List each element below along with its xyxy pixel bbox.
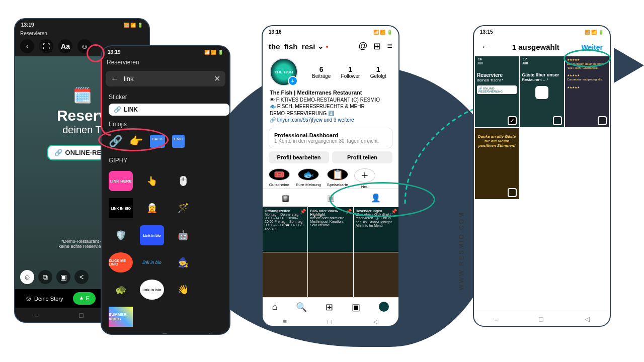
story-title: Reserv bbox=[57, 107, 107, 124]
checkbox-icon[interactable] bbox=[598, 116, 607, 125]
crop-icon[interactable]: ⛶ bbox=[39, 39, 53, 53]
nav-profile[interactable] bbox=[379, 302, 389, 312]
nav-home-icon[interactable]: ◻ bbox=[162, 331, 168, 335]
link-icon: 🔗 bbox=[54, 149, 62, 156]
app-label: Reservieren bbox=[15, 31, 149, 36]
picker-topbar: ← 1 ausgewählt Weiter bbox=[474, 38, 610, 56]
username-dropdown[interactable]: the_fish_resi⌄• bbox=[269, 42, 329, 51]
highlight-gutscheine[interactable]: 🎟️Gutscheine bbox=[269, 168, 290, 186]
link-sticker[interactable]: 🔗 LINK bbox=[109, 104, 229, 116]
nav-menu-icon[interactable]: ≡ bbox=[121, 331, 125, 335]
post-5[interactable] bbox=[308, 252, 353, 297]
gif-char-6[interactable]: 🐢 bbox=[109, 280, 133, 300]
share-icon[interactable]: < bbox=[74, 270, 89, 284]
nav-reels[interactable]: ▣ bbox=[352, 302, 360, 313]
avatar-icon[interactable]: ☺ bbox=[20, 270, 34, 284]
nav-back-icon[interactable]: ◁ bbox=[373, 318, 378, 325]
demo-note: *Demo-Restaurant –keine echte Reservie… bbox=[58, 239, 105, 249]
app-label: Reservieren bbox=[102, 58, 229, 69]
emoji-end[interactable]: END bbox=[172, 135, 185, 148]
threads-icon[interactable]: @ bbox=[358, 41, 367, 52]
gif-speech-bubble[interactable]: link in bio bbox=[140, 280, 164, 300]
nav-back-icon[interactable]: ◁ bbox=[205, 331, 210, 335]
nav-search[interactable]: 🔍 bbox=[296, 302, 307, 313]
share-profile-button[interactable]: Profil teilen bbox=[332, 151, 392, 163]
statusbar: 13:19 📶 📶 🔋 bbox=[102, 46, 229, 58]
sticker-icon[interactable]: ☺ bbox=[77, 39, 92, 53]
close-friends-chip[interactable]: ★ E bbox=[73, 292, 95, 305]
bottom-nav: ⌂ 🔍 ⊞ ▣ bbox=[263, 297, 398, 317]
menu-icon[interactable]: ≡ bbox=[387, 41, 392, 52]
statusbar: 13:16 📶 📶 🔋 bbox=[263, 26, 398, 38]
picker-cell-2[interactable]: 17Juli Gäste über unser Restaurant …* bbox=[520, 56, 564, 127]
gif-link-here[interactable]: LINK HERE bbox=[109, 171, 133, 191]
post-6[interactable] bbox=[354, 252, 398, 297]
picker-cell-1[interactable]: 16Juli Reserviere deinen Tisch! * 🔗 ONLI… bbox=[475, 56, 519, 127]
nav-home[interactable]: ⌂ bbox=[272, 302, 278, 313]
stat-followers[interactable]: 1Follower bbox=[341, 65, 360, 79]
checkbox-icon[interactable] bbox=[508, 116, 517, 125]
edit-profile-button[interactable]: Profil bearbeiten bbox=[269, 151, 329, 163]
post-2[interactable]: 📌Bild- oder Video-Highlightdirekte oder … bbox=[308, 207, 353, 252]
post-3[interactable]: 📌ReservierungenÜber einen Klick direkt r… bbox=[354, 207, 398, 252]
bio-link[interactable]: 🔗 tinyurl.com/9s7jfyew und 3 weitere bbox=[270, 117, 354, 123]
emoji-point-right[interactable]: 👉 bbox=[129, 135, 143, 148]
android-navbar: ≡ ◻ ◁ bbox=[102, 331, 229, 335]
gif-char-3[interactable]: 🛡️ bbox=[109, 225, 133, 245]
gif-cursor[interactable]: 🖱️ bbox=[171, 171, 195, 191]
back-icon[interactable]: ← bbox=[481, 42, 490, 52]
gif-char-5[interactable]: 🧙 bbox=[171, 252, 195, 273]
reels-icon[interactable]: ▣ bbox=[56, 270, 70, 284]
nav-menu-icon[interactable]: ≡ bbox=[494, 315, 498, 323]
text-icon[interactable]: Aa bbox=[58, 39, 72, 53]
emoji-back[interactable]: BACK bbox=[150, 135, 165, 148]
nav-home-icon[interactable]: ◻ bbox=[78, 311, 84, 319]
highlight-speisekarte[interactable]: 📋Speisekarte bbox=[327, 168, 348, 186]
layers-icon[interactable]: ⧉ bbox=[38, 270, 52, 284]
picker-cell-3[interactable]: ★★★★★Lorem ipsum dolor sit amet, "Die Fi… bbox=[565, 56, 609, 127]
nav-create[interactable]: ⊞ bbox=[326, 302, 333, 313]
nav-home-icon[interactable]: ◻ bbox=[327, 318, 333, 325]
pro-dashboard[interactable]: Professional-Dashboard 1 Konto in den ve… bbox=[269, 128, 392, 148]
checkbox-icon[interactable] bbox=[553, 116, 562, 125]
gif-char-2[interactable]: 🪄 bbox=[171, 198, 195, 218]
next-button[interactable]: Weiter bbox=[581, 43, 603, 51]
gif-summer[interactable]: SUMMER VIBES bbox=[109, 307, 133, 327]
nav-home-icon[interactable]: ◻ bbox=[538, 315, 544, 323]
stat-following[interactable]: 1Gefolgt bbox=[370, 65, 386, 79]
post-4[interactable] bbox=[263, 252, 307, 297]
picker-cell-4[interactable]: Danke an alle Gäste für die vielen posit… bbox=[475, 128, 519, 199]
create-icon[interactable]: ⊞ bbox=[373, 41, 381, 52]
section-emojis: Emojis bbox=[102, 116, 229, 131]
highlight-new[interactable]: +Neu bbox=[354, 168, 375, 186]
tab-grid[interactable]: ▦ bbox=[263, 189, 308, 207]
tab-tagged[interactable]: 👤 bbox=[353, 189, 398, 207]
emoji-row: 🔗 👉 BACK END bbox=[102, 131, 229, 152]
highlight-meinung[interactable]: 🐟Eure Meinung bbox=[296, 168, 321, 186]
clear-icon[interactable]: ✕ bbox=[214, 74, 220, 83]
phone-story-picker: 13:15 📶 📶 🔋 ← 1 ausgewählt Weiter 16Juli… bbox=[473, 25, 611, 327]
post-1[interactable]: 📌ÖffnungszeitenMontag – Donnerstag 09:00… bbox=[263, 207, 307, 252]
gif-hand-point[interactable]: 👆 bbox=[140, 171, 164, 191]
search-input[interactable] bbox=[124, 75, 209, 82]
back-icon[interactable]: ‹ bbox=[20, 39, 34, 53]
checkbox-icon[interactable] bbox=[508, 188, 517, 197]
gif-link-in-bio-1[interactable]: LINK IN BIO bbox=[109, 198, 133, 218]
statusbar: 13:19 📶 📶 🔋 bbox=[15, 19, 149, 31]
gif-click-me[interactable]: CLICK ME LINK! bbox=[109, 252, 133, 273]
gif-link-script[interactable]: link in bio bbox=[140, 252, 164, 273]
posts-grid: 📌ÖffnungszeitenMontag – Donnerstag 09:00… bbox=[263, 207, 398, 298]
gif-link-in-bio-2[interactable]: Link in bio bbox=[140, 225, 164, 245]
stat-posts[interactable]: 6Beiträge bbox=[312, 65, 331, 79]
gif-char-4[interactable]: 🤖 bbox=[171, 225, 195, 245]
gif-char-1[interactable]: 🧝 bbox=[140, 198, 164, 218]
tab-reels[interactable]: ▣ bbox=[308, 189, 353, 207]
nav-menu-icon[interactable]: ≡ bbox=[35, 311, 39, 319]
gif-wave[interactable]: 👋 bbox=[171, 280, 195, 300]
nav-menu-icon[interactable]: ≡ bbox=[283, 318, 287, 325]
avatar[interactable]: THE FISH bbox=[270, 58, 298, 86]
your-story-chip[interactable]: ◎ Deine Story bbox=[20, 292, 69, 305]
back-icon[interactable]: ← bbox=[111, 74, 119, 83]
emoji-link[interactable]: 🔗 bbox=[109, 135, 122, 148]
nav-back-icon[interactable]: ◁ bbox=[585, 315, 590, 323]
